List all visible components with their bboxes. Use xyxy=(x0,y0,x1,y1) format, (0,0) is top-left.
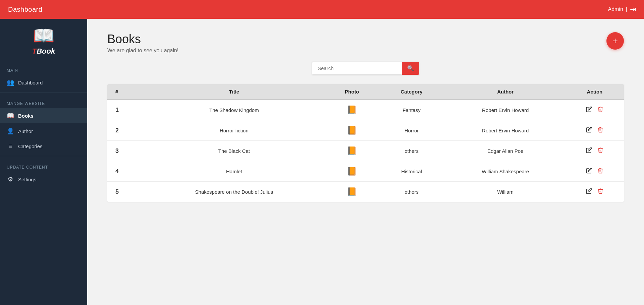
cell-title: The Black Cat xyxy=(142,141,326,161)
cell-category: Fantasy xyxy=(378,100,445,120)
table-row: 3 The Black Cat 📙 others Edgar Allan Poe xyxy=(107,141,624,161)
table-row: 1 The Shadow Kingdom 📙 Fantasy Robert Er… xyxy=(107,100,624,120)
table-row: 2 Horror fiction 📙 Horror Robert Ervin H… xyxy=(107,120,624,141)
cell-id: 1 xyxy=(107,100,142,120)
cell-author: Edgar Allan Poe xyxy=(445,141,566,161)
sidebar-item-dashboard[interactable]: 👥 Dashboard xyxy=(0,75,87,90)
delete-button[interactable] xyxy=(597,168,603,175)
sidebar-section-update: update content xyxy=(0,158,87,172)
search-bar: 🔍 xyxy=(107,62,624,75)
delete-button[interactable] xyxy=(597,127,603,134)
sidebar-item-books[interactable]: 📖 Books xyxy=(0,108,87,123)
table-header: # Title Photo Category Author Action xyxy=(107,84,624,100)
cell-author: Robert Ervin Howard xyxy=(445,100,566,120)
table-body: 1 The Shadow Kingdom 📙 Fantasy Robert Er… xyxy=(107,100,624,202)
edit-button[interactable] xyxy=(586,106,592,114)
cell-title: Shakespeare on the Double! Julius xyxy=(142,182,326,202)
cell-action xyxy=(566,182,624,202)
cell-author: Robert Ervin Howard xyxy=(445,120,566,141)
book-photo-icon: 📙 xyxy=(347,146,357,155)
add-book-button[interactable]: + xyxy=(606,32,624,50)
cell-action xyxy=(566,141,624,161)
cell-photo: 📙 xyxy=(326,161,378,182)
brand: TBook xyxy=(32,47,55,56)
books-table: # Title Photo Category Author Action 1 T… xyxy=(107,84,624,202)
book-photo-icon: 📙 xyxy=(347,167,357,176)
table-row: 4 Hamlet 📙 Historical William Shakespear… xyxy=(107,161,624,182)
sidebar-label-categories: Categories xyxy=(18,143,43,149)
search-input-wrap: 🔍 xyxy=(312,62,419,75)
logout-icon[interactable]: ⇥ xyxy=(630,5,636,14)
edit-button[interactable] xyxy=(586,127,592,134)
sidebar-section-manage: Mange Website xyxy=(0,95,87,108)
table-row: 5 Shakespeare on the Double! Julius 📙 ot… xyxy=(107,182,624,202)
search-input[interactable] xyxy=(312,62,402,75)
cell-id: 3 xyxy=(107,141,142,161)
delete-button[interactable] xyxy=(597,106,603,114)
edit-button[interactable] xyxy=(586,147,592,155)
cell-action xyxy=(566,120,624,141)
col-header-id: # xyxy=(107,84,142,100)
sidebar-label-settings: Settings xyxy=(18,177,36,182)
brand-t: T xyxy=(32,47,37,55)
author-icon: 👤 xyxy=(7,127,14,135)
col-header-action: Action xyxy=(566,84,624,100)
books-icon: 📖 xyxy=(7,112,14,119)
edit-button[interactable] xyxy=(586,188,592,196)
cell-id: 2 xyxy=(107,120,142,141)
book-photo-icon: 📙 xyxy=(347,187,357,196)
topnav-user: Admin xyxy=(608,6,623,12)
page-header: Books We are glad to see you again! xyxy=(107,32,624,54)
sidebar-label-books: Books xyxy=(18,113,34,119)
cell-category: Horror xyxy=(378,120,445,141)
delete-button[interactable] xyxy=(597,188,603,196)
sidebar-label-author: Author xyxy=(18,128,33,134)
sidebar-section-main: Main xyxy=(0,61,87,75)
top-navbar: Dashboard Admin | ⇥ xyxy=(0,0,644,19)
cell-id: 5 xyxy=(107,182,142,202)
edit-button[interactable] xyxy=(586,168,592,175)
topnav-separator: | xyxy=(626,6,627,12)
col-header-title: Title xyxy=(142,84,326,100)
cell-action xyxy=(566,100,624,120)
cell-title: Horror fiction xyxy=(142,120,326,141)
sidebar-item-categories[interactable]: ≡ Categories xyxy=(0,139,87,154)
col-header-author: Author xyxy=(445,84,566,100)
page-title: Books xyxy=(107,32,624,46)
cell-photo: 📙 xyxy=(326,141,378,161)
book-photo-icon: 📙 xyxy=(347,126,357,135)
cell-title: Hamlet xyxy=(142,161,326,182)
settings-icon: ⚙ xyxy=(7,176,14,183)
sidebar-item-author[interactable]: 👤 Author xyxy=(0,123,87,139)
search-button[interactable]: 🔍 xyxy=(402,62,419,75)
col-header-category: Category xyxy=(378,84,445,100)
layout: 📖 TBook Main 👥 Dashboard Mange Website 📖… xyxy=(0,19,644,305)
delete-button[interactable] xyxy=(597,147,603,155)
sidebar-divider-2 xyxy=(0,156,87,156)
cell-photo: 📙 xyxy=(326,182,378,202)
search-icon: 🔍 xyxy=(407,65,414,71)
topnav-right: Admin | ⇥ xyxy=(608,5,636,14)
brand-book: Book xyxy=(37,47,55,55)
cell-id: 4 xyxy=(107,161,142,182)
sidebar-item-settings[interactable]: ⚙ Settings xyxy=(0,172,87,187)
sidebar-label-dashboard: Dashboard xyxy=(18,80,43,85)
categories-icon: ≡ xyxy=(7,143,14,150)
page-subtitle: We are glad to see you again! xyxy=(107,48,624,54)
main-content: Books We are glad to see you again! + 🔍 … xyxy=(87,19,644,305)
book-photo-icon: 📙 xyxy=(347,105,357,114)
cell-photo: 📙 xyxy=(326,100,378,120)
cell-title: The Shadow Kingdom xyxy=(142,100,326,120)
sidebar-logo: 📖 TBook xyxy=(0,19,87,61)
cell-category: others xyxy=(378,141,445,161)
topnav-title: Dashboard xyxy=(8,6,42,13)
cell-photo: 📙 xyxy=(326,120,378,141)
cell-author: William Shakespeare xyxy=(445,161,566,182)
col-header-photo: Photo xyxy=(326,84,378,100)
sidebar-divider-1 xyxy=(0,92,87,93)
dashboard-icon: 👥 xyxy=(7,79,14,86)
cell-action xyxy=(566,161,624,182)
cell-category: others xyxy=(378,182,445,202)
table-header-row: # Title Photo Category Author Action xyxy=(107,84,624,100)
cell-category: Historical xyxy=(378,161,445,182)
